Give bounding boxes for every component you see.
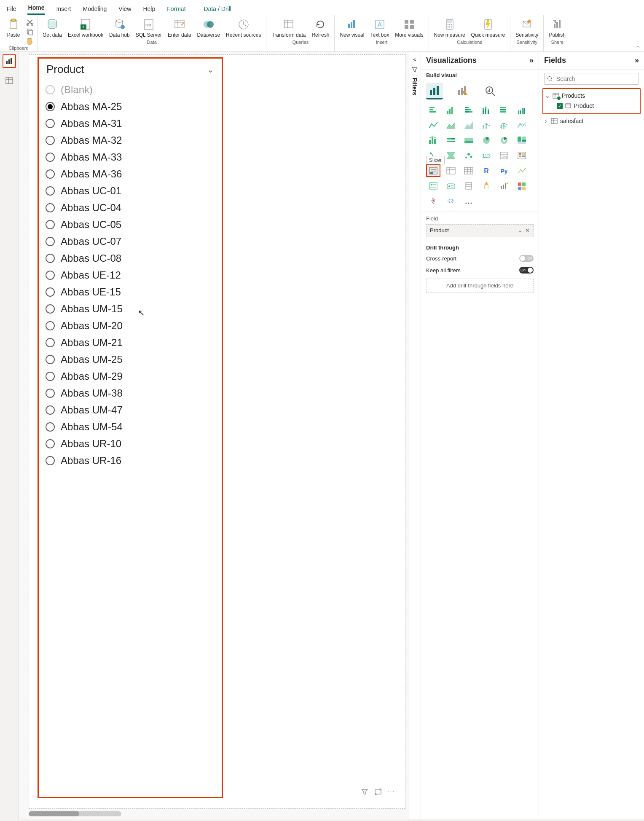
collapse-fields-icon[interactable]: » (635, 56, 639, 65)
copy-icon[interactable] (26, 28, 34, 35)
viz-type[interactable] (515, 119, 529, 131)
viz-type[interactable] (515, 149, 529, 162)
tab-help[interactable]: Help (142, 4, 156, 15)
viz-type[interactable] (444, 164, 458, 177)
slicer-item[interactable]: Abbas MA-25 (44, 98, 217, 115)
tab-modeling[interactable]: Modeling (82, 4, 107, 15)
transform-data-button[interactable]: Transform data (270, 17, 307, 39)
quick-measure-button[interactable]: Quick measure (470, 17, 507, 39)
text-box-button[interactable]: A Text box (368, 17, 391, 39)
viz-type[interactable] (462, 104, 476, 116)
viz-type[interactable] (426, 119, 440, 131)
slicer-item[interactable]: Abbas UM-25 (44, 351, 217, 368)
viz-type[interactable] (479, 119, 494, 131)
filters-pane-collapsed[interactable]: « Filters (408, 52, 421, 819)
build-visual-mode[interactable] (426, 83, 443, 99)
slicer-item[interactable]: Abbas UM-29 (44, 368, 217, 385)
cross-report-toggle[interactable]: Off (519, 255, 534, 262)
viz-type[interactable] (462, 134, 476, 147)
slicer-item[interactable]: Abbas UE-12 (44, 267, 217, 284)
tab-home[interactable]: Home (27, 3, 46, 15)
slicer-item[interactable]: Abbas MA-32 (44, 132, 217, 149)
viz-type[interactable] (444, 195, 458, 207)
viz-type[interactable] (462, 195, 476, 207)
viz-type[interactable] (497, 104, 511, 116)
table-row-salesfact[interactable]: › salesfact (542, 116, 641, 126)
viz-type[interactable]: 123 (479, 149, 494, 162)
tab-data-drill[interactable]: Data / Drill (197, 4, 232, 15)
collapse-ribbon-icon[interactable]: ︿ (636, 43, 641, 50)
slicer-item[interactable]: Abbas UM-15 (44, 300, 217, 317)
horizontal-scrollbar[interactable] (29, 811, 121, 816)
slicer-item[interactable]: Abbas UC-07 (44, 233, 217, 250)
analytics-mode[interactable] (482, 83, 499, 99)
new-visual-button[interactable]: New visual (338, 17, 366, 39)
viz-type[interactable] (479, 134, 494, 147)
viz-type[interactable] (444, 180, 458, 192)
tab-file[interactable]: File (6, 4, 17, 15)
viz-type[interactable] (444, 149, 458, 162)
report-page[interactable]: Product ⌄ (Blank)Abbas MA-25Abbas MA-31A… (29, 54, 405, 809)
slicer-item[interactable]: Abbas MA-36 (44, 166, 217, 182)
viz-type[interactable] (479, 180, 494, 192)
viz-type[interactable]: R (479, 164, 494, 177)
viz-type[interactable] (515, 180, 529, 192)
report-canvas[interactable]: Product ⌄ (Blank)Abbas MA-25Abbas MA-31A… (19, 52, 408, 819)
focus-mode-icon[interactable] (374, 788, 382, 796)
checkbox-checked-icon[interactable]: ✓ (557, 103, 563, 109)
viz-type[interactable] (462, 149, 476, 162)
viz-type[interactable] (497, 180, 511, 192)
recent-sources-button[interactable]: Recent sources (224, 17, 263, 39)
viz-type[interactable] (444, 119, 458, 131)
expand-filters-icon[interactable]: « (413, 56, 416, 62)
cut-icon[interactable] (26, 19, 34, 26)
get-data-button[interactable]: Get data (41, 17, 64, 39)
viz-type[interactable] (426, 180, 440, 192)
report-view-button[interactable] (3, 54, 16, 68)
publish-button[interactable]: Publish (547, 17, 567, 39)
viz-type[interactable] (444, 104, 458, 116)
new-measure-button[interactable]: New measure (432, 17, 467, 39)
keep-filters-toggle[interactable]: On (519, 267, 534, 274)
viz-type[interactable] (444, 134, 458, 147)
viz-type[interactable] (426, 104, 440, 116)
table-row-products[interactable]: ⌄ Products (544, 91, 639, 101)
more-visuals-button[interactable]: More visuals (393, 17, 425, 39)
viz-slicer[interactable]: Slicer (426, 164, 440, 177)
chevron-down-icon[interactable]: ⌄ (518, 227, 523, 233)
tab-format[interactable]: Format (166, 4, 186, 15)
paste-button[interactable]: Paste (3, 17, 24, 39)
slicer-item[interactable]: Abbas MA-31 (44, 115, 217, 132)
slicer-item[interactable]: Abbas UE-15 (44, 284, 217, 300)
slicer-item[interactable]: Abbas UM-47 (44, 402, 217, 419)
sensitivity-button[interactable]: Sensitivity (514, 17, 540, 39)
fields-search-input[interactable] (555, 75, 636, 83)
field-chip-product[interactable]: Product ⌄ ✕ (426, 224, 534, 236)
viz-type[interactable] (426, 134, 440, 147)
slicer-list[interactable]: (Blank)Abbas MA-25Abbas MA-31Abbas MA-32… (39, 79, 222, 797)
dataverse-button[interactable]: Dataverse (195, 17, 222, 39)
filter-icon[interactable] (361, 788, 368, 796)
viz-type[interactable]: Py (497, 164, 511, 177)
slicer-item[interactable]: Abbas UC-04 (44, 199, 217, 216)
enter-data-button[interactable]: Enter data (166, 17, 193, 39)
viz-type[interactable] (462, 164, 476, 177)
format-visual-mode[interactable] (454, 83, 471, 99)
slicer-item[interactable]: Abbas UC-05 (44, 216, 217, 233)
slicer-item[interactable]: Abbas UC-01 (44, 182, 217, 199)
fields-search[interactable] (544, 73, 639, 85)
viz-type[interactable]: 123 (497, 149, 511, 162)
viz-type[interactable] (426, 195, 440, 207)
viz-type[interactable] (497, 119, 511, 131)
viz-type[interactable] (462, 119, 476, 131)
refresh-button[interactable]: Refresh (310, 17, 331, 39)
tab-view[interactable]: View (118, 4, 132, 15)
excel-workbook-button[interactable]: X Excel workbook (66, 17, 105, 39)
more-options-icon[interactable]: ··· (388, 788, 395, 796)
slicer-item[interactable]: Abbas MA-33 (44, 149, 217, 166)
data-view-button[interactable] (3, 74, 16, 87)
slicer-visual[interactable]: Product ⌄ (Blank)Abbas MA-25Abbas MA-31A… (38, 57, 223, 798)
slicer-item[interactable]: Abbas UM-54 (44, 419, 217, 435)
slicer-item[interactable]: Abbas UR-16 (44, 452, 217, 469)
format-painter-icon[interactable] (26, 37, 34, 45)
